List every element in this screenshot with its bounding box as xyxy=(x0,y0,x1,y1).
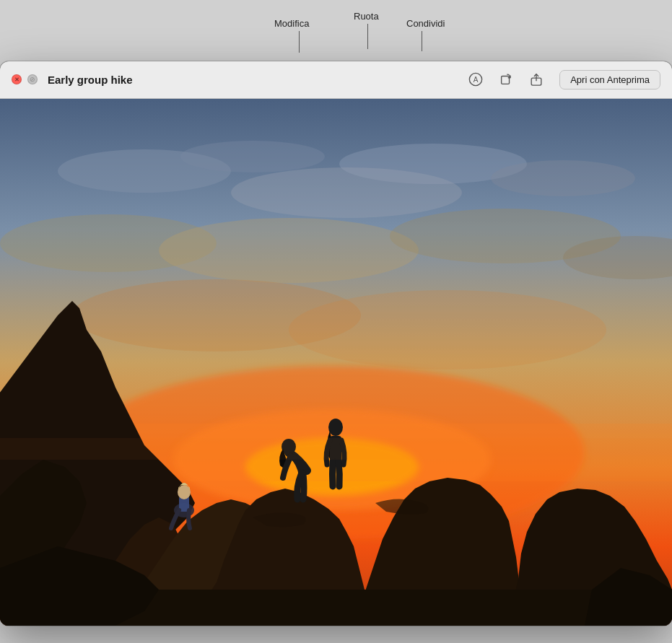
svg-rect-27 xyxy=(0,438,672,460)
close-button[interactable] xyxy=(12,74,22,84)
tooltip-line-modifica xyxy=(299,31,300,53)
modifica-button[interactable]: A xyxy=(466,69,486,89)
svg-point-25 xyxy=(328,419,343,436)
tooltip-ruota: Ruota xyxy=(354,11,379,22)
tooltip-modifica: Modifica xyxy=(274,18,309,29)
svg-point-18 xyxy=(289,290,606,369)
photo-image xyxy=(0,99,672,626)
svg-rect-2 xyxy=(502,76,510,84)
window-title: Early group hike xyxy=(48,74,458,86)
tooltip-line-ruota xyxy=(367,24,368,49)
svg-point-23 xyxy=(178,485,191,499)
tooltip-condividi: Condividi xyxy=(406,18,445,29)
titlebar: Early group hike A xyxy=(0,61,672,99)
tooltip-line-condividi xyxy=(422,31,422,51)
toolbar-buttons: A xyxy=(466,69,546,89)
window-controls xyxy=(12,74,38,84)
app-window: Early group hike A xyxy=(0,61,672,626)
ruota-button[interactable] xyxy=(496,69,516,89)
minimize-button[interactable] xyxy=(27,74,38,84)
tooltip-area: Modifica Ruota Condividi Early group hik… xyxy=(0,11,672,633)
svg-point-9 xyxy=(180,141,325,172)
condividi-button[interactable] xyxy=(526,69,546,89)
open-preview-button[interactable]: Apri con Anteprima xyxy=(559,70,660,89)
photo-area xyxy=(0,99,672,626)
svg-point-11 xyxy=(491,160,635,196)
svg-point-14 xyxy=(159,218,419,283)
svg-point-12 xyxy=(231,167,462,218)
svg-text:A: A xyxy=(474,76,479,84)
